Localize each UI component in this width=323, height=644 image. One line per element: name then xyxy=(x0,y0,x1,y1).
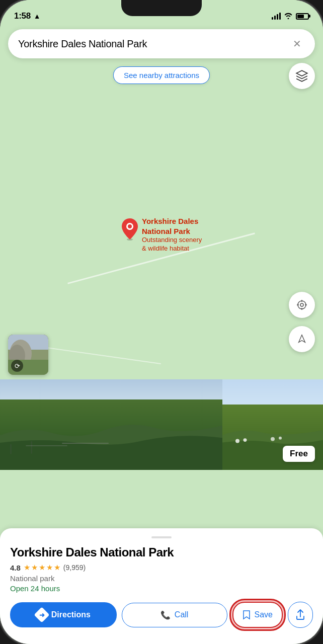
street-view-image: ⟳ xyxy=(8,335,48,375)
star-4: ★ xyxy=(46,563,53,572)
phone-screen: 1:58 ▲ xyxy=(0,0,323,644)
phone-frame: 1:58 ▲ xyxy=(0,0,323,644)
call-button[interactable]: 📞 Call xyxy=(122,603,227,627)
signal-bar-1 xyxy=(272,17,273,20)
svg-point-20 xyxy=(271,437,275,441)
directions-button[interactable]: ➜ Directions xyxy=(10,602,117,627)
directions-arrow-icon: ➜ xyxy=(39,611,44,619)
share-icon xyxy=(295,609,305,620)
battery-fill xyxy=(297,15,304,18)
panel-handle xyxy=(151,536,172,538)
landscape-svg xyxy=(0,416,222,470)
save-button[interactable]: Save xyxy=(232,602,283,628)
map-road-decoration-2 xyxy=(33,345,161,364)
photo-left[interactable] xyxy=(0,379,222,470)
open-status: Open 24 hours xyxy=(10,584,313,593)
bottom-panel: Yorkshire Dales National Park 4.8 ★ ★ ★ … xyxy=(0,528,323,644)
navigation-button[interactable] xyxy=(289,326,315,352)
navigation-icon xyxy=(296,334,307,345)
map-pin-container[interactable]: Yorkshire Dales National Park Outstandin… xyxy=(121,216,202,253)
map-pin-title2: National Park xyxy=(142,226,202,236)
svg-point-18 xyxy=(235,439,239,443)
signal-bar-2 xyxy=(274,16,276,20)
star-1: ★ xyxy=(24,563,30,572)
star-3: ★ xyxy=(39,563,45,572)
street-view-thumbnail[interactable]: ⟳ xyxy=(8,335,48,375)
svg-point-19 xyxy=(244,438,247,442)
rating-number: 4.8 xyxy=(10,564,21,572)
signal-bars xyxy=(272,13,281,20)
call-label: Call xyxy=(175,610,189,619)
close-icon: ✕ xyxy=(293,38,301,50)
svg-point-3 xyxy=(298,301,306,309)
signal-bar-4 xyxy=(279,13,281,20)
review-count: (9,959) xyxy=(63,564,86,572)
svg-rect-17 xyxy=(26,445,67,446)
layers-icon xyxy=(295,69,308,83)
share-button[interactable] xyxy=(288,602,313,628)
nearby-attractions-button[interactable]: See nearby attractions xyxy=(113,66,210,84)
close-search-button[interactable]: ✕ xyxy=(289,36,305,52)
map-layers-button[interactable] xyxy=(289,63,315,89)
svg-rect-14 xyxy=(11,444,12,454)
photo-strip[interactable]: Free xyxy=(0,379,323,470)
notch xyxy=(121,0,202,16)
bookmark-icon xyxy=(243,610,251,620)
map-pin-subtitle: Outstanding scenery xyxy=(142,236,202,245)
directions-label: Directions xyxy=(51,610,91,619)
directions-diamond-icon: ➜ xyxy=(34,607,49,622)
map-pin-subtitle2: & wildlife habitat xyxy=(142,245,202,253)
star-2: ★ xyxy=(31,563,38,572)
svg-point-4 xyxy=(300,303,303,306)
wifi-icon xyxy=(284,12,293,21)
star-5: ★ xyxy=(54,563,60,572)
phone-icon: 📞 xyxy=(160,610,171,620)
place-name: Yorkshire Dales National Park xyxy=(10,545,313,560)
action-buttons: ➜ Directions 📞 Call Save xyxy=(10,602,313,628)
locate-icon xyxy=(296,299,308,311)
nearby-btn-label: See nearby attractions xyxy=(124,71,199,79)
search-query-text: Yorkshire Dales National Park xyxy=(18,38,289,50)
map-pin-icon xyxy=(121,218,139,240)
status-icons xyxy=(272,12,309,21)
location-arrow-icon: ▲ xyxy=(34,12,41,20)
save-label: Save xyxy=(255,610,273,619)
map-pin-title: Yorkshire Dales xyxy=(142,216,202,226)
rating-row: 4.8 ★ ★ ★ ★ ★ (9,959) xyxy=(10,563,313,572)
save-button-wrapper[interactable]: Save xyxy=(232,602,283,628)
star-rating: ★ ★ ★ ★ ★ xyxy=(24,563,60,572)
svg-point-21 xyxy=(279,437,282,440)
photo-right[interactable]: Free xyxy=(222,379,323,470)
search-bar[interactable]: Yorkshire Dales National Park ✕ xyxy=(8,29,315,58)
right-landscape-svg xyxy=(222,420,323,470)
free-badge: Free xyxy=(283,446,315,462)
signal-bar-3 xyxy=(277,14,278,20)
svg-point-2 xyxy=(128,224,132,228)
status-time: 1:58 xyxy=(14,11,31,21)
svg-rect-16 xyxy=(62,443,109,444)
svg-rect-15 xyxy=(31,441,32,454)
battery-icon xyxy=(296,13,309,20)
place-type: National park xyxy=(10,574,313,583)
street-view-360-icon: ⟳ xyxy=(11,360,23,372)
map-pin-label: Yorkshire Dales National Park Outstandin… xyxy=(142,216,202,253)
locate-button[interactable] xyxy=(289,292,315,318)
